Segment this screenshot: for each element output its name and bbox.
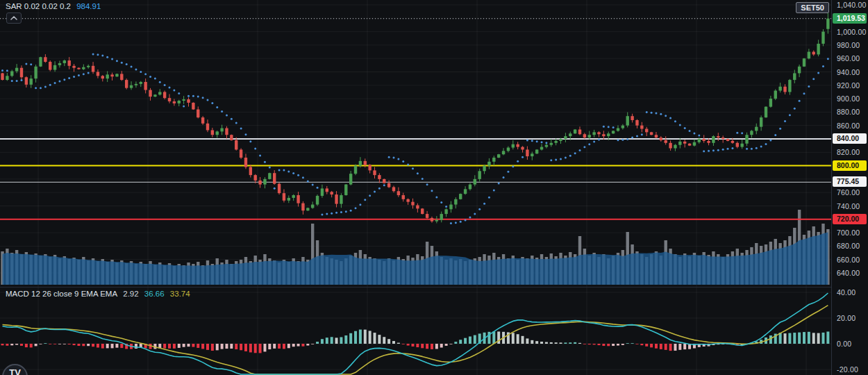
- price-tick-label: 1,000.00: [832, 28, 868, 36]
- sar-legend-value: 984.91: [76, 2, 101, 10]
- macd-tick-label: 20.00: [832, 314, 868, 322]
- price-tick-label: 940.00: [832, 68, 868, 76]
- price-tick-label: 700.00: [832, 228, 868, 237]
- sar-legend-title: SAR 0.02 0.02 0.2: [6, 2, 71, 10]
- sar-legend: SAR 0.02 0.02 0.2 984.91: [6, 2, 104, 10]
- price-tick-label: 640.00: [832, 269, 868, 277]
- macd-line-value: 36.66: [144, 290, 165, 298]
- price-tick-label: 740.00: [832, 202, 868, 210]
- price-tick-label: 760.00: [832, 188, 868, 197]
- price-line-badge: 720.00: [833, 214, 867, 224]
- price-tick-label: 660.00: [832, 256, 868, 264]
- macd-lines: [3, 293, 828, 374]
- collapse-pane-button[interactable]: [6, 12, 22, 24]
- macd-tick-label: 40.00: [832, 288, 868, 297]
- price-tick-label: 920.00: [832, 81, 868, 90]
- macd-tick-label: -20.00: [832, 365, 868, 374]
- symbol-badge: SET50: [796, 2, 829, 13]
- price-line-badge: 840.00: [833, 133, 867, 144]
- macd-legend: MACD 12 26 close 9 EMA EMA 2.92 36.66 33…: [6, 290, 194, 298]
- price-axis[interactable]: 1,040.001,020.001,000.00980.00960.00940.…: [831, 0, 868, 375]
- price-tick-label: 1,040.00: [832, 1, 868, 9]
- trading-chart-window: SAR 0.02 0.02 0.2 984.91 SET50 MACD 12 2…: [0, 0, 868, 375]
- macd-legend-title: MACD 12 26 close 9 EMA EMA: [6, 290, 117, 298]
- price-tick-label: 980.00: [832, 41, 868, 49]
- price-tick-label: 880.00: [832, 108, 868, 116]
- price-line-badge: 800.00: [833, 160, 867, 171]
- current-price-badge: 1,019.53: [833, 13, 867, 24]
- price-tick-label: 820.00: [832, 148, 868, 156]
- candlestick-series: [1, 8, 829, 224]
- price-line-badge: 775.45: [833, 176, 867, 187]
- volume-series: [1, 210, 829, 285]
- macd-hist-value: 2.92: [123, 290, 138, 298]
- price-tick-label: 680.00: [832, 242, 868, 250]
- chart-canvas[interactable]: [0, 0, 868, 375]
- horizontal-price-lines: [0, 19, 831, 219]
- macd-tick-label: 0.00: [832, 340, 868, 348]
- price-tick-label: 900.00: [832, 94, 868, 103]
- price-tick-label: 960.00: [832, 54, 868, 62]
- macd-signal-value: 33.74: [170, 290, 190, 298]
- tv-logo-text: TV: [9, 367, 21, 375]
- grid-lines: [0, 0, 831, 375]
- price-tick-label: 860.00: [832, 122, 868, 130]
- chevron-up-icon: [10, 16, 17, 20]
